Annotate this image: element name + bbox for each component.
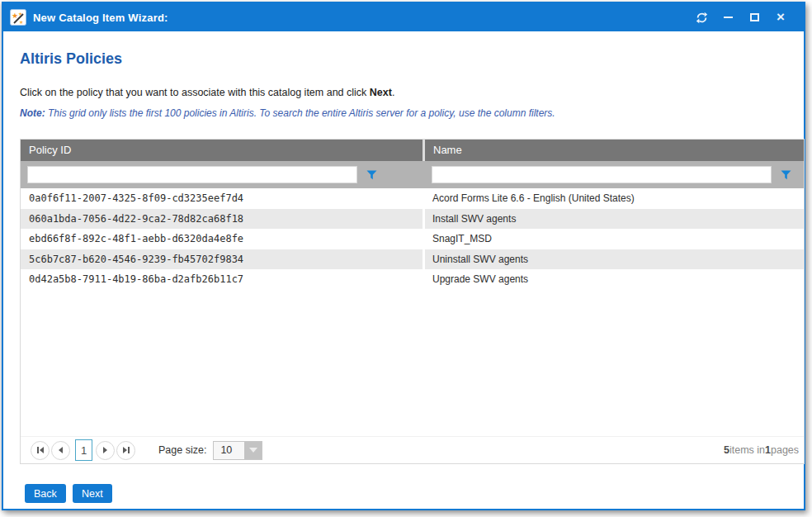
page-title: Altiris Policies xyxy=(20,50,122,68)
table-row[interactable]: 0a0f6f11-2007-4325-8f09-cd3235eef7d4 Aco… xyxy=(21,188,804,209)
minimize-icon[interactable] xyxy=(715,7,741,28)
policy-name-cell: Acord Forms Lite 6.6 - English (United S… xyxy=(425,188,804,209)
left-arrow-icon xyxy=(40,447,44,453)
status-text: items in xyxy=(729,444,765,456)
wizard-app-icon: ★ ★ ★ xyxy=(10,9,26,26)
policy-id-cell: 0d42a5b8-7911-4b19-86ba-d2afb26b11c7 xyxy=(21,269,423,290)
instruction-prefix: Click on the policy that you want to ass… xyxy=(20,87,370,98)
instruction-text: Click on the policy that you want to ass… xyxy=(20,87,394,98)
dropdown-button[interactable] xyxy=(244,442,262,459)
page-size-dropdown[interactable]: 10 xyxy=(213,441,262,460)
policy-id-cell: 5c6b7c87-b620-4546-9239-fb45702f9834 xyxy=(21,249,423,270)
policy-name-cell: Install SWV agents xyxy=(425,209,804,230)
note-text: Note: This grid only lists the first 100… xyxy=(20,107,555,119)
policy-name-cell: Uninstall SWV agents xyxy=(425,249,804,270)
table-row[interactable]: ebd66f8f-892c-48f1-aebb-d6320da4e8fe Sna… xyxy=(21,229,804,249)
column-header-name[interactable]: Name xyxy=(425,140,804,161)
next-button[interactable]: Next xyxy=(73,484,112,503)
maximize-icon[interactable] xyxy=(741,7,767,28)
right-arrow-icon xyxy=(123,447,127,453)
last-page-button[interactable] xyxy=(116,441,135,460)
last-page-icon xyxy=(128,447,130,453)
status-suffix: pages xyxy=(771,444,799,456)
svg-text:★: ★ xyxy=(19,19,23,25)
chevron-down-icon xyxy=(249,448,257,453)
grid-header-row: Policy ID Name xyxy=(21,140,804,161)
policy-id-cell: 0a0f6f11-2007-4325-8f09-cd3235eef7d4 xyxy=(21,188,423,209)
title-bar: ★ ★ ★ New Catalog Item Wizard: × xyxy=(3,3,804,31)
window-title: New Catalog Item Wizard: xyxy=(33,12,688,24)
page-size-label: Page size: xyxy=(158,444,206,456)
grid-filter-row xyxy=(21,161,804,188)
first-page-icon xyxy=(37,447,39,453)
table-row[interactable]: 0d42a5b8-7911-4b19-86ba-d2afb26b11c7 Upg… xyxy=(21,269,804,290)
item-count: 5 xyxy=(724,444,729,456)
next-page-button[interactable] xyxy=(96,441,115,460)
filter-funnel-icon[interactable] xyxy=(779,168,792,182)
previous-page-button[interactable] xyxy=(51,441,70,460)
instruction-suffix: . xyxy=(392,87,394,98)
note-body: This grid only lists the first 100 polic… xyxy=(45,107,555,119)
right-arrow-icon xyxy=(103,447,107,453)
svg-text:★: ★ xyxy=(12,12,18,20)
column-header-policy-id[interactable]: Policy ID xyxy=(21,140,423,161)
note-label: Note: xyxy=(20,107,45,119)
back-button[interactable]: Back xyxy=(25,484,66,503)
grid-body: 0a0f6f11-2007-4325-8f09-cd3235eef7d4 Aco… xyxy=(21,188,804,436)
pager-status: 5 items in 1 pages xyxy=(724,437,804,463)
filter-funnel-icon[interactable] xyxy=(365,168,378,182)
policy-id-cell: 060a1bda-7056-4d22-9ca2-78d82ca68f18 xyxy=(21,209,423,230)
table-row[interactable]: 060a1bda-7056-4d22-9ca2-78d82ca68f18 Ins… xyxy=(21,209,804,230)
name-filter-input[interactable] xyxy=(432,166,772,183)
instruction-bold: Next xyxy=(370,87,392,98)
page-count: 1 xyxy=(765,444,771,456)
close-icon[interactable]: × xyxy=(767,7,794,28)
grid-pager: 1 Page size: 10 5 items in 1 pages xyxy=(21,436,804,463)
policy-id-cell: ebd66f8f-892c-48f1-aebb-d6320da4e8fe xyxy=(21,229,423,249)
policies-grid: Policy ID Name xyxy=(20,139,805,464)
wizard-content: Altiris Policies Click on the policy tha… xyxy=(3,31,804,509)
current-page-indicator[interactable]: 1 xyxy=(75,439,92,461)
left-arrow-icon xyxy=(59,447,63,453)
page-size-value: 10 xyxy=(214,442,244,459)
policy-name-cell: Upgrade SWV agents xyxy=(425,269,804,290)
table-row[interactable]: 5c6b7c87-b620-4546-9239-fb45702f9834 Uni… xyxy=(21,249,804,270)
policy-name-cell: SnagIT_MSD xyxy=(425,229,804,249)
wizard-window: ★ ★ ★ New Catalog Item Wizard: × Altir xyxy=(2,2,805,510)
policy-id-filter-input[interactable] xyxy=(27,166,357,183)
refresh-icon[interactable] xyxy=(688,7,715,28)
first-page-button[interactable] xyxy=(31,441,50,460)
